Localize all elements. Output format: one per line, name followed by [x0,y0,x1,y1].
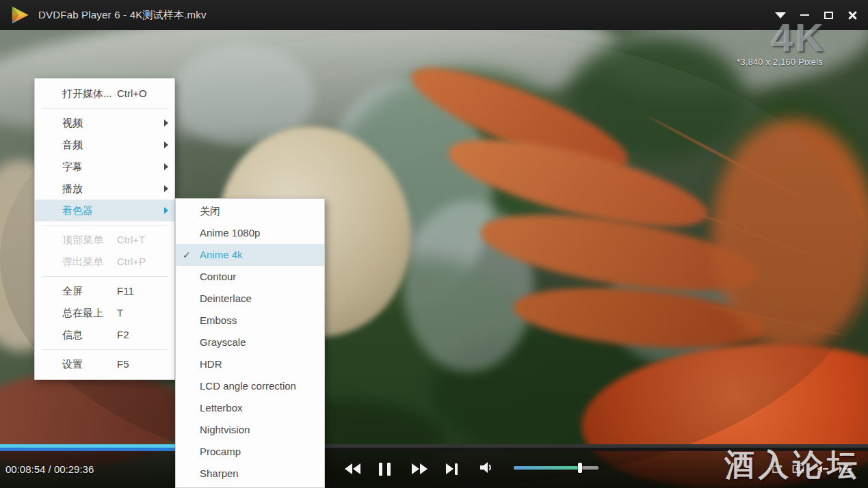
menu-item-label: 打开媒体... [62,87,112,99]
forum-watermark: 酒入论坛 [724,445,861,485]
player-window: DVDFab Player 6 - 4K测试样本.mkv 4K *3,840 x… [0,0,868,488]
menu-item-label: 弹出菜单 [62,256,103,267]
next-icon-bar [455,463,458,475]
submenu-arrow-icon [164,207,168,214]
submenu-item-sharpen[interactable]: Sharpen [176,463,324,485]
submenu-item-label: Anime 1080p [200,227,260,239]
menu-item-label: 全屏 [62,285,83,297]
submenu-item-grayscale[interactable]: Grayscale [176,331,324,353]
menu-item-label: 设置 [62,358,83,370]
context-menu: 打开媒体... Ctrl+O 视频 音频 字幕 播放 着色器 顶部菜单 Ctrl… [34,78,175,380]
menu-item-shader[interactable]: 着色器 [35,200,174,221]
pause-button[interactable] [379,461,391,477]
fast-forward-icon [420,463,428,474]
submenu-item-procamp[interactable]: Procamp [176,441,324,463]
menu-item-label: 播放 [62,182,83,194]
submenu-item-deinterlace[interactable]: Deinterlace [176,288,324,310]
menu-separator [42,108,168,109]
shader-submenu: 关闭 Anime 1080p ✓ Anime 4k Contour Deinte… [175,198,325,488]
menu-item-label: 字幕 [62,161,83,172]
menu-item-open-media[interactable]: 打开媒体... Ctrl+O [35,83,174,105]
menu-item-fullscreen[interactable]: 全屏 F11 [35,280,174,302]
submenu-item-anime-4k[interactable]: ✓ Anime 4k [176,244,324,266]
menu-item-settings[interactable]: 设置 F5 [35,353,174,375]
volume-fill [514,466,580,470]
pause-icon [387,463,391,476]
menu-item-label: 音频 [62,139,83,150]
submenu-item-hdr[interactable]: HDR [176,353,324,375]
menu-item-popup-menu[interactable]: 弹出菜单 Ctrl+P [35,251,174,273]
fast-forward-icon [412,463,419,474]
submenu-item-lcd-angle-correction[interactable]: LCD angle correction [176,375,324,397]
menu-item-audio[interactable]: 音频 [35,134,174,156]
volume-button[interactable] [479,459,494,476]
dvdfab-logo-icon [10,5,30,25]
menu-item-info[interactable]: 信息 F2 [35,324,174,346]
4k-badge: 4K [771,18,826,57]
submenu-item-letterbox[interactable]: Letterbox [176,397,324,419]
next-icon [446,463,453,474]
menu-item-label: 顶部菜单 [62,234,103,245]
menu-item-label: 着色器 [62,204,93,216]
fast-forward-button[interactable] [412,461,428,477]
menu-separator [42,276,168,277]
submenu-item-label: 关闭 [200,205,220,217]
volume-icon [479,460,494,475]
menu-item-shortcut: F11 [117,280,134,302]
submenu-item-label: HDR [200,358,222,370]
volume-handle[interactable] [578,463,582,473]
menu-item-shortcut: Ctrl+P [117,251,146,273]
menu-item-label: 视频 [62,117,83,128]
menu-item-shortcut: F2 [117,324,129,346]
submenu-arrow-icon [164,185,168,192]
menu-item-label: 总在最上 [62,307,103,318]
next-track-button[interactable] [446,461,458,477]
submenu-arrow-icon [164,163,168,170]
window-title: DVDFab Player 6 - 4K测试样本.mkv [38,9,207,22]
submenu-item-label: Contour [200,271,236,282]
menu-item-subtitle[interactable]: 字幕 [35,156,174,178]
close-icon [848,11,857,20]
menu-item-playback[interactable]: 播放 [35,178,174,200]
submenu-item-off[interactable]: 关闭 [176,200,324,222]
submenu-item-label: Procamp [200,446,241,457]
menu-item-label: 信息 [62,329,83,340]
volume-slider[interactable] [514,466,599,470]
menu-item-shortcut: T [117,302,123,324]
submenu-arrow-icon [164,141,168,148]
submenu-item-label: Letterbox [200,402,243,414]
menu-separator [42,349,168,350]
rewind-icon [345,463,352,474]
menu-item-shortcut: Ctrl+O [117,83,147,105]
submenu-item-nightvision[interactable]: Nightvision [176,419,324,441]
title-bar: DVDFab Player 6 - 4K测试样本.mkv [0,0,868,30]
submenu-item-label: Deinterlace [200,293,252,304]
submenu-item-contour[interactable]: Contour [176,266,324,288]
submenu-item-label: LCD angle correction [200,380,296,392]
submenu-item-anime-1080p[interactable]: Anime 1080p [176,222,324,244]
submenu-item-label: Emboss [200,314,237,326]
rewind-icon [353,463,360,474]
menu-item-shortcut: F5 [117,353,129,375]
resolution-label: *3,840 x 2,160 Pixels [737,57,823,67]
submenu-item-label: Grayscale [200,336,246,348]
submenu-item-emboss[interactable]: Emboss [176,310,324,331]
control-bar: 00:08:54 / 00:29:36 [0,444,868,488]
close-button[interactable] [843,5,861,25]
submenu-item-label: Sharpen [200,467,239,479]
submenu-arrow-icon [164,120,168,126]
menu-separator [42,225,168,226]
pause-icon [379,463,382,476]
menu-item-top-menu[interactable]: 顶部菜单 Ctrl+T [35,229,174,251]
menu-item-video[interactable]: 视频 [35,112,174,134]
time-display: 00:08:54 / 00:29:36 [5,463,94,475]
submenu-item-label: Nightvision [200,424,250,435]
rewind-button[interactable] [345,461,360,477]
menu-item-shortcut: Ctrl+T [117,229,145,251]
menu-item-always-on-top[interactable]: 总在最上 T [35,302,174,324]
check-icon: ✓ [183,244,191,266]
submenu-item-label: Anime 4k [200,249,243,260]
